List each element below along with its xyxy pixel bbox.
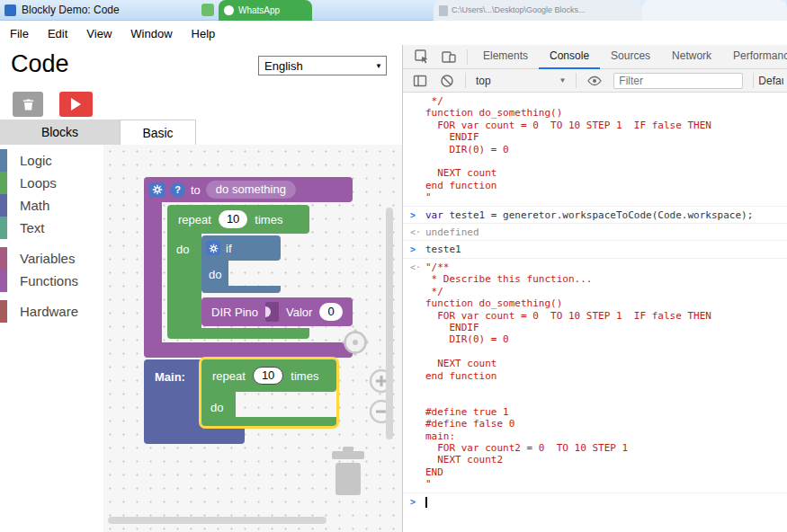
if-block-header[interactable]: if	[201, 235, 281, 261]
devtools-tab-elements[interactable]: Elements	[472, 45, 539, 69]
function-block-spine	[144, 202, 162, 342]
repeat-do-spine: do	[167, 234, 201, 328]
menu-edit[interactable]: Edit	[48, 27, 67, 40]
valor-field[interactable]: 0	[319, 303, 342, 321]
category-color-bar	[0, 172, 7, 194]
browser-tab-partial[interactable]	[642, 0, 787, 21]
repeat-block-foot	[167, 328, 309, 339]
divider	[467, 49, 468, 65]
mutator-gear-icon[interactable]	[206, 241, 220, 255]
menu-help[interactable]: Help	[192, 27, 216, 40]
console-entry-text: var teste1 = generetor.workspaceToCode(C…	[425, 209, 753, 221]
block-label: repeat	[178, 213, 211, 226]
inspect-element-icon[interactable]	[415, 49, 429, 64]
console-entry: */function do_something() FOR var count …	[403, 93, 787, 207]
if-block-foot	[201, 286, 281, 293]
devtools-tab-sources[interactable]: Sources	[600, 45, 661, 69]
console-entry-marker: >	[410, 209, 425, 221]
workspace-trash-icon[interactable]	[328, 445, 368, 501]
console-toolbar: top ▼ Defau	[403, 69, 787, 93]
toolbox-category-logic[interactable]: Logic	[0, 149, 103, 172]
function-block-foot	[144, 342, 353, 358]
menu-bar: FileEditViewWindowHelp	[0, 22, 787, 45]
devtools-tab-performance[interactable]: Performance	[722, 45, 787, 69]
devtools-tabbar: ElementsConsoleSourcesNetworkPerformance	[403, 45, 787, 69]
extension-icon	[201, 4, 214, 16]
devtools-tab-console[interactable]: Console	[539, 45, 600, 69]
toolbox-category-math[interactable]: Math	[0, 194, 103, 217]
whatsapp-icon	[224, 5, 234, 15]
console-entry-marker	[410, 95, 425, 204]
block-label: Main:	[155, 370, 185, 384]
log-levels-selector[interactable]: Defau	[758, 75, 783, 87]
trash-icon	[22, 98, 35, 111]
main-block-foot	[144, 426, 245, 444]
menu-window[interactable]: Window	[130, 27, 172, 40]
main-block-spine[interactable]: Main:	[144, 359, 201, 426]
blockly-workspace[interactable]: ? to do something repeat 10 times	[103, 145, 402, 532]
page-title: Code	[11, 50, 69, 78]
device-toolbar-icon[interactable]	[442, 49, 456, 64]
value-input-socket[interactable]	[265, 302, 279, 322]
console-entry-text[interactable]	[425, 496, 427, 508]
divider	[753, 73, 754, 88]
repeat-block[interactable]: repeat 10 times do	[167, 205, 353, 339]
discard-button[interactable]	[13, 92, 43, 117]
repeat-block-foot	[201, 417, 336, 426]
console-entry: <·undefined	[403, 224, 787, 241]
devtools-tab-network[interactable]: Network	[661, 45, 722, 69]
repeat-do-spine: do	[201, 392, 236, 417]
help-icon[interactable]: ?	[170, 182, 185, 198]
window-titlebar[interactable]: Blockly Demo: Code WhatsApp C:\Users\...…	[0, 0, 787, 21]
browser-tab-file[interactable]: C:\Users\...\Desktop\Google Blocks...	[434, 0, 642, 21]
browser-tab-whatsapp[interactable]: WhatsApp	[219, 0, 312, 21]
toolbox-category-hardware[interactable]: Hardware	[0, 300, 103, 323]
workspace-horizontal-scrollbar[interactable]	[108, 517, 326, 524]
main-block[interactable]: Main: repeat 10 times do	[144, 359, 336, 444]
if-block[interactable]: if do	[201, 235, 281, 293]
category-color-bar	[0, 149, 7, 172]
console-filter-input[interactable]	[613, 73, 743, 89]
tab-blocks[interactable]: Blocks	[0, 120, 120, 145]
repeat-count-field[interactable]: 10	[219, 210, 247, 228]
repeat-block-selected[interactable]: repeat 10 times do	[201, 359, 336, 426]
divider	[576, 73, 577, 88]
console-log[interactable]: */function do_something() FOR var count …	[403, 93, 787, 532]
repeat-block-header[interactable]: repeat 10 times	[167, 205, 309, 234]
block-label: do	[176, 243, 189, 256]
block-label: Valor	[286, 306, 312, 319]
toolbox-category-loops[interactable]: Loops	[0, 172, 103, 194]
context-selector[interactable]: top ▼	[470, 75, 571, 87]
eye-icon[interactable]	[587, 74, 602, 88]
console-entry: <·"/** * Describe this function... */fun…	[403, 259, 787, 493]
mutator-gear-icon[interactable]	[149, 182, 165, 198]
run-button[interactable]	[59, 92, 93, 117]
workspace-tabs: BlocksBasic	[0, 120, 402, 145]
category-color-bar	[0, 300, 7, 323]
toolbox-category-functions[interactable]: Functions	[0, 270, 103, 292]
repeat-count-field[interactable]: 10	[253, 367, 283, 385]
dir-pino-block[interactable]: DIR Pino Valor 0	[201, 297, 353, 326]
empty-statement-socket[interactable]	[236, 392, 291, 417]
language-select[interactable]: English ▼	[258, 56, 387, 75]
zoom-reset-button[interactable]	[342, 329, 369, 359]
empty-statement-socket[interactable]	[228, 261, 272, 286]
toolbox-category-text[interactable]: Text	[0, 217, 103, 239]
category-label: Logic	[20, 153, 52, 168]
block-label: times	[255, 213, 282, 226]
tab-basic[interactable]: Basic	[120, 120, 196, 145]
menu-file[interactable]: File	[10, 27, 29, 40]
console-sidebar-icon[interactable]	[413, 74, 427, 88]
repeat-block-header[interactable]: repeat 10 times	[201, 359, 336, 392]
workspace-vertical-scrollbar[interactable]	[386, 208, 393, 439]
block-label: repeat	[212, 369, 246, 383]
function-name-field[interactable]: do something	[206, 181, 296, 199]
block-label: to	[191, 183, 201, 197]
function-block-header[interactable]: ? to do something	[144, 177, 353, 202]
console-entry-marker: >	[410, 244, 425, 255]
clear-console-icon[interactable]	[440, 74, 454, 88]
function-definition-block[interactable]: ? to do something repeat 10 times	[144, 177, 353, 358]
menu-view[interactable]: View	[86, 27, 112, 40]
if-do-spine: do	[201, 261, 228, 286]
toolbox-category-variables[interactable]: Variables	[0, 247, 103, 270]
